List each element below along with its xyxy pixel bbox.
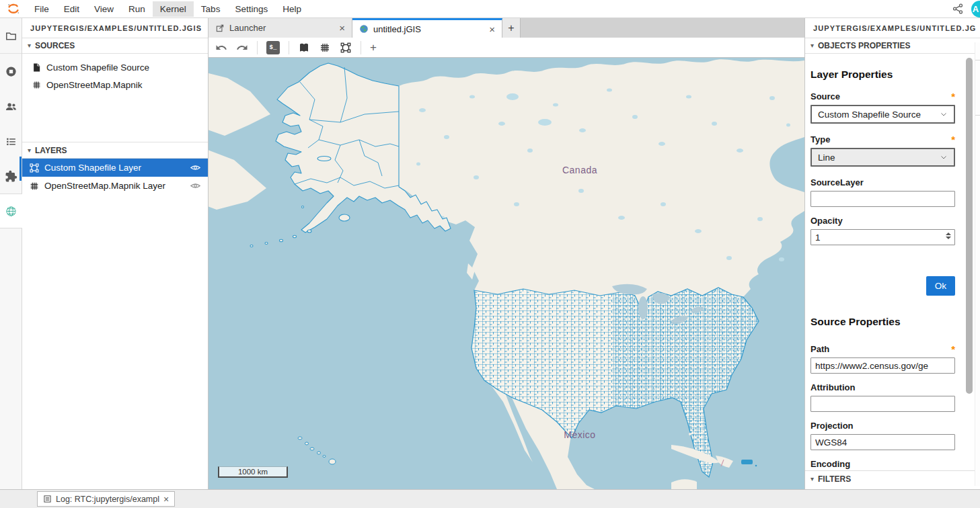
source-properties-title: Source Properties [811,316,955,328]
menu-view[interactable]: View [87,1,121,17]
sourcelayer-field-label: SourceLayer [811,177,864,187]
undo-icon[interactable] [215,42,227,54]
right-panel-scrollbar[interactable] [966,58,973,394]
tab-bar: Launcher × untitled.jGIS × + [209,18,804,38]
menu-items: File Edit View Run Kernel Tabs Settings … [27,0,309,17]
file-icon [32,62,42,73]
encoding-field-label: Encoding [811,459,850,469]
close-icon[interactable]: × [339,23,345,33]
type-select[interactable]: Line [811,148,955,167]
sidebar-item-table-of-contents[interactable] [0,124,22,159]
new-tab-button[interactable]: + [502,18,521,38]
sidebar-item-running-kernels[interactable] [0,54,22,89]
add-layer-button[interactable]: + [370,41,377,54]
chevron-down-icon [940,153,948,161]
sidebar-item-file-browser[interactable] [0,18,22,53]
filters-section-header[interactable]: ▾ FILTERS [805,470,980,487]
map-toolbar: $_ + [209,38,804,58]
close-icon[interactable]: × [489,24,495,34]
sidebar-active-indicator [20,157,22,181]
menu-bar: File Edit View Run Kernel Tabs Settings … [0,0,980,18]
objects-properties-header[interactable]: ▾ OBJECTS PROPERTIES [805,38,980,54]
menu-tabs[interactable]: Tabs [194,1,228,17]
properties-form: Layer Properties Source * Custom Shapefi… [805,54,980,470]
status-bar: Log: RTC:jupytergis/exampl × [0,489,980,508]
tab-label: untitled.jGIS [373,24,421,34]
main-area: Launcher × untitled.jGIS × + [209,18,804,489]
close-icon[interactable]: × [163,495,169,504]
menu-kernel[interactable]: Kernel [153,1,194,17]
path-input[interactable] [811,357,955,374]
right-panel-edge [975,42,980,486]
attribution-input[interactable] [811,396,955,412]
stop-circle-icon [5,65,17,78]
tab-bar-spacer [521,18,804,38]
list-icon [5,135,17,148]
tab-launcher[interactable]: Launcher × [209,18,352,38]
basemap-render: Canada México [209,58,804,489]
menu-settings[interactable]: Settings [227,1,275,17]
raster-layer-icon[interactable] [319,42,331,54]
menu-bar-right: A [919,0,980,18]
share-icon[interactable] [952,3,964,15]
sidebar-item-collaboration[interactable] [0,89,22,124]
menu-file[interactable]: File [27,1,56,17]
eye-icon[interactable] [190,162,201,173]
source-item-custom-shapefile[interactable]: Custom Shapefile Source [22,58,208,76]
source-field-label: Source [811,91,840,101]
jupyterlab-window: File Edit View Run Kernel Tabs Settings … [0,0,980,508]
projection-input[interactable] [811,434,955,450]
left-sidebar [0,18,22,489]
right-panel-breadcrumb: JUPYTERGIS/EXAMPLES/UNTITLED.JG [805,18,980,38]
map-scale-bar: 1000 km [218,466,288,478]
users-icon [5,100,17,113]
sources-section-title: SOURCES [35,41,75,50]
projection-field-label: Projection [811,421,854,431]
redo-icon[interactable] [236,42,248,54]
map-label-canada: Canada [562,165,597,175]
filters-section-title: FILTERS [818,474,851,484]
required-asterisk-icon: * [951,136,955,142]
ok-button[interactable]: Ok [926,276,955,296]
opacity-input[interactable] [811,229,955,245]
console-button[interactable]: $_ [266,41,280,54]
caret-down-icon: ▾ [28,147,31,154]
layer-item-label: Custom Shapefile Layer [44,163,141,173]
layer-item-openstreetmap[interactable]: OpenStreetMap.Mapnik Layer [22,177,208,195]
tab-label: Launcher [229,23,266,33]
menu-help[interactable]: Help [275,1,309,17]
source-select[interactable]: Custom Shapefile Source [811,105,955,124]
layer-item-custom-shapefile[interactable]: Custom Shapefile Layer [22,159,208,177]
layer-item-label: OpenStreetMap.Mapnik Layer [44,181,165,191]
caret-down-icon: ▾ [811,476,814,482]
layers-section-title: LAYERS [35,146,67,155]
required-asterisk-icon: * [951,346,955,352]
source-item-openstreetmap[interactable]: OpenStreetMap.Mapnik [22,76,208,93]
log-console-tab[interactable]: Log: RTC:jupytergis/exampl × [37,491,175,507]
left-panel: JUPYTERGIS/EXAMPLES/UNTITLED.JGIS ▾ SOUR… [22,18,209,489]
sources-section-header[interactable]: ▾ SOURCES [22,38,208,54]
map-canvas[interactable]: Canada México 1000 km [209,58,804,489]
menu-run[interactable]: Run [121,1,153,17]
caret-down-icon: ▾ [811,42,814,49]
number-stepper-icon[interactable] [946,232,951,239]
launcher-icon [215,24,225,33]
globe-icon [5,205,17,218]
menu-edit[interactable]: Edit [56,1,87,17]
layers-section-header[interactable]: ▾ LAYERS [22,142,208,159]
log-tab-label: Log: RTC:jupytergis/exampl [56,495,159,504]
caret-down-icon: ▾ [28,42,31,49]
vector-square-icon[interactable] [340,42,352,54]
grid-icon [32,80,42,90]
sourcelayer-input[interactable] [811,191,955,207]
jupyter-logo-icon [5,1,22,16]
sidebar-item-jupytergis[interactable] [0,194,22,228]
vector-square-icon [29,163,40,173]
basemap-book-icon[interactable] [298,42,310,54]
user-avatar[interactable]: A [971,1,980,17]
map-label-mexico: México [564,429,595,440]
eye-icon[interactable] [190,180,201,192]
tab-untitled-jgis[interactable]: untitled.jGIS × [352,18,502,38]
left-panel-breadcrumb: JUPYTERGIS/EXAMPLES/UNTITLED.JGIS [22,18,208,38]
source-item-label: Custom Shapefile Source [46,62,149,73]
